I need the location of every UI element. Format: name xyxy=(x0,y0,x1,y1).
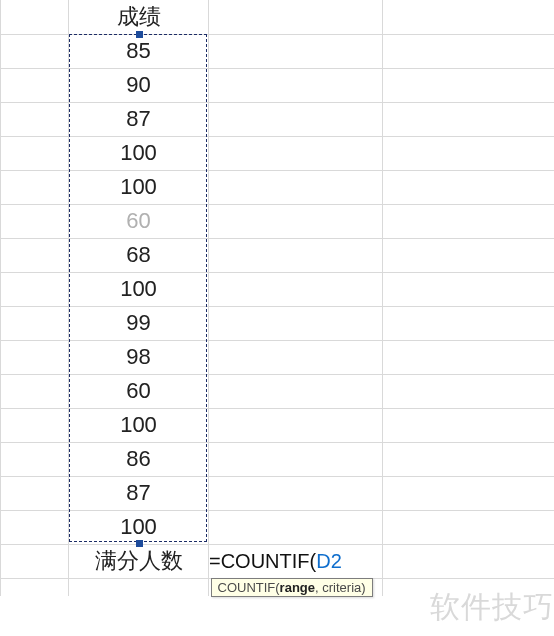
score-cell[interactable]: 87 xyxy=(69,102,209,136)
cell[interactable] xyxy=(383,204,555,238)
cell[interactable] xyxy=(209,340,383,374)
score-cell[interactable]: 68 xyxy=(69,238,209,272)
cell[interactable] xyxy=(383,408,555,442)
function-tooltip[interactable]: COUNTIF(range, criteria) xyxy=(211,578,373,597)
tooltip-current-arg: range xyxy=(280,580,315,595)
cell[interactable] xyxy=(1,68,69,102)
cell[interactable] xyxy=(69,578,209,596)
spreadsheet-grid[interactable]: 成绩 85 90 87 100 100 60 68 100 99 98 60 1… xyxy=(0,0,554,596)
summary-label[interactable]: 满分人数 xyxy=(69,544,209,578)
cell[interactable] xyxy=(209,408,383,442)
cell[interactable] xyxy=(1,170,69,204)
cell[interactable] xyxy=(383,68,555,102)
cell[interactable] xyxy=(1,476,69,510)
cell[interactable] xyxy=(1,136,69,170)
tooltip-rest: , criteria) xyxy=(315,580,366,595)
cell[interactable] xyxy=(383,272,555,306)
score-cell[interactable]: 85 xyxy=(69,34,209,68)
cell[interactable] xyxy=(383,102,555,136)
cell[interactable] xyxy=(209,442,383,476)
cell[interactable] xyxy=(209,170,383,204)
formula-prefix: =COUNTIF( xyxy=(209,550,316,572)
cell[interactable] xyxy=(1,510,69,544)
cell[interactable] xyxy=(209,68,383,102)
score-cell[interactable]: 86 xyxy=(69,442,209,476)
score-cell[interactable]: 87 xyxy=(69,476,209,510)
column-header-score[interactable]: 成绩 xyxy=(69,0,209,34)
tooltip-fn: COUNTIF( xyxy=(218,580,280,595)
cell[interactable] xyxy=(383,136,555,170)
cell[interactable] xyxy=(1,374,69,408)
cell[interactable] xyxy=(209,374,383,408)
score-cell[interactable]: 100 xyxy=(69,170,209,204)
cell[interactable] xyxy=(383,442,555,476)
cell[interactable] xyxy=(383,34,555,68)
cell[interactable] xyxy=(209,204,383,238)
cell[interactable] xyxy=(383,340,555,374)
cell[interactable] xyxy=(383,578,555,596)
cell[interactable] xyxy=(383,238,555,272)
formula-input-cell[interactable]: =COUNTIF(D2 xyxy=(209,544,383,578)
cell[interactable] xyxy=(383,306,555,340)
cell[interactable] xyxy=(209,0,383,34)
cell[interactable] xyxy=(1,102,69,136)
cell[interactable] xyxy=(383,374,555,408)
score-cell[interactable]: 98 xyxy=(69,340,209,374)
cell[interactable] xyxy=(383,0,555,34)
score-cell[interactable]: 100 xyxy=(69,272,209,306)
cell[interactable] xyxy=(1,306,69,340)
score-cell[interactable]: 90 xyxy=(69,68,209,102)
cell[interactable] xyxy=(1,238,69,272)
selection-handle[interactable] xyxy=(136,540,143,547)
cell[interactable] xyxy=(209,34,383,68)
score-cell[interactable]: 99 xyxy=(69,306,209,340)
cell[interactable] xyxy=(383,476,555,510)
cell[interactable] xyxy=(209,136,383,170)
cell[interactable] xyxy=(1,204,69,238)
cell[interactable] xyxy=(209,306,383,340)
cell[interactable] xyxy=(209,476,383,510)
score-cell[interactable]: 60 xyxy=(69,374,209,408)
cell[interactable] xyxy=(209,272,383,306)
score-cell[interactable]: 100 xyxy=(69,510,209,544)
cell[interactable] xyxy=(209,238,383,272)
cell[interactable] xyxy=(1,272,69,306)
cell[interactable] xyxy=(383,170,555,204)
cell[interactable] xyxy=(1,34,69,68)
cell[interactable] xyxy=(1,442,69,476)
score-cell[interactable]: 100 xyxy=(69,136,209,170)
score-cell[interactable]: 100 xyxy=(69,408,209,442)
cell[interactable] xyxy=(1,544,69,578)
cell[interactable] xyxy=(1,578,69,596)
selection-handle[interactable] xyxy=(136,31,143,38)
cell[interactable] xyxy=(383,544,555,578)
cell[interactable] xyxy=(1,0,69,34)
formula-range-ref: D2 xyxy=(316,550,342,572)
cell[interactable] xyxy=(1,340,69,374)
score-cell[interactable]: 60 xyxy=(69,204,209,238)
cell[interactable] xyxy=(383,510,555,544)
cell[interactable] xyxy=(1,408,69,442)
cell[interactable] xyxy=(209,102,383,136)
cell[interactable] xyxy=(209,510,383,544)
